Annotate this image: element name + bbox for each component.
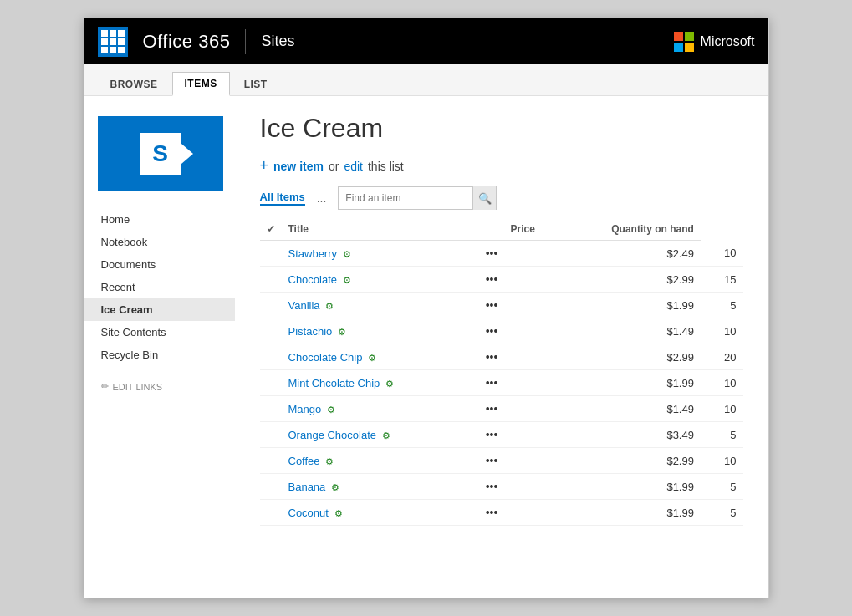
row-qty: 10 [701,396,743,422]
s-arrow-icon [181,144,193,164]
item-gear-icon[interactable]: ⚙ [325,301,334,312]
sidebar-item-ice-cream[interactable]: Ice Cream [84,298,235,321]
item-title-link[interactable]: Banana [288,481,326,493]
edit-list-link[interactable]: edit [344,160,363,173]
table-header-row: ✓ Title Price Quantity on hand [260,218,743,241]
row-price: $3.49 [542,422,701,448]
pencil-icon: ✏ [101,381,109,392]
row-dots[interactable]: ••• [479,448,542,474]
row-dots[interactable]: ••• [479,267,542,293]
row-title: Stawberry ⚙ [282,241,479,267]
item-title-link[interactable]: Mango [288,403,322,415]
row-title: Coffee ⚙ [282,448,479,474]
search-input[interactable] [339,187,472,209]
row-dots[interactable]: ••• [479,293,542,318]
view-options-button[interactable]: ... [314,190,330,206]
tab-list[interactable]: LIST [232,73,280,95]
item-title-link[interactable]: Pistachio [288,325,333,338]
item-title-link[interactable]: Coconut [288,507,329,519]
row-price: $1.49 [542,318,701,344]
item-title-link[interactable]: Orange Chocolate [288,429,377,441]
item-title-link[interactable]: Mint Chcolate Chip [288,377,380,389]
edit-links-button[interactable]: ✏ EDIT LINKS [84,373,235,400]
row-price: $1.99 [542,500,701,526]
row-check [260,293,282,318]
col-price: Price [479,218,542,241]
col-title: Title [282,218,479,241]
item-gear-icon[interactable]: ⚙ [325,456,334,467]
row-check [260,267,282,293]
table-row: Chocolate ⚙ ••• $2.99 15 [260,267,743,293]
this-list-text: this list [368,160,404,173]
row-title: Orange Chocolate ⚙ [282,422,479,448]
item-title-link[interactable]: Chocolate [288,273,338,286]
sidebar-item-notebook[interactable]: Notebook [84,231,235,253]
row-title: Mango ⚙ [282,396,479,422]
sharepoint-s-icon: S [140,133,181,175]
sidebar-item-site-contents[interactable]: Site Contents [84,321,235,344]
table-row: Stawberry ⚙ ••• $2.49 10 [260,241,743,267]
all-items-link[interactable]: All Items [260,191,305,206]
new-item-link[interactable]: new item [273,160,324,173]
row-title: Mint Chcolate Chip ⚙ [282,370,479,396]
table-row: Coconut ⚙ ••• $1.99 5 [260,500,743,526]
search-button[interactable]: 🔍 [472,186,496,210]
page-title: Ice Cream [260,113,743,144]
item-gear-icon[interactable]: ⚙ [334,508,343,519]
new-item-bar: + new item or edit this list [260,157,743,175]
tab-items[interactable]: ITEMS [172,72,230,96]
sidebar-item-home[interactable]: Home [84,208,235,231]
new-item-plus-icon: + [260,157,269,175]
table-row: Mint Chcolate Chip ⚙ ••• $1.99 10 [260,370,743,396]
row-title: Coconut ⚙ [282,500,479,526]
item-gear-icon[interactable]: ⚙ [343,275,351,286]
row-title: Pistachio ⚙ [282,318,479,344]
item-title-link[interactable]: Vanilla [288,299,320,312]
row-check [260,344,282,370]
row-qty: 5 [701,500,743,526]
topbar: Office 365 Sites Microsoft [84,18,768,64]
list-toolbar: All Items ... 🔍 [260,186,743,210]
row-check [260,241,282,267]
row-dots[interactable]: ••• [479,241,542,267]
sidebar-item-recent[interactable]: Recent [84,276,235,298]
item-gear-icon[interactable]: ⚙ [343,249,351,260]
row-dots[interactable]: ••• [479,318,542,344]
row-price: $2.49 [542,241,701,267]
tab-browse[interactable]: BROWSE [98,73,171,95]
row-qty: 20 [701,344,743,370]
table-row: Banana ⚙ ••• $1.99 5 [260,474,743,500]
row-qty: 10 [701,241,743,267]
row-title: Chocolate ⚙ [282,267,479,293]
row-price: $2.99 [542,344,701,370]
table-row: Pistachio ⚙ ••• $1.49 10 [260,318,743,344]
topbar-divider [245,29,246,54]
app-launcher-button[interactable] [98,27,128,57]
sites-label: Sites [261,33,294,50]
items-table: ✓ Title Price Quantity on hand Stawberry… [260,218,743,526]
item-gear-icon[interactable]: ⚙ [385,379,394,389]
main-content: S Home Notebook Documents Recent Ice Cre… [84,96,768,598]
sidebar-item-documents[interactable]: Documents [84,253,235,276]
row-check [260,318,282,344]
item-gear-icon[interactable]: ⚙ [327,405,335,415]
row-dots[interactable]: ••• [479,396,542,422]
row-dots[interactable]: ••• [479,474,542,500]
row-qty: 10 [701,318,743,344]
microsoft-label: Microsoft [701,34,755,49]
row-dots[interactable]: ••• [479,370,542,396]
item-gear-icon[interactable]: ⚙ [331,482,339,493]
edit-links-label: EDIT LINKS [113,382,163,392]
item-title-link[interactable]: Coffee [288,455,320,467]
item-gear-icon[interactable]: ⚙ [368,353,376,364]
item-title-link[interactable]: Stawberry [288,247,338,260]
row-dots[interactable]: ••• [479,500,542,526]
item-title-link[interactable]: Chocolate Chip [288,351,363,364]
content-area: Ice Cream + new item or edit this list A… [235,96,768,598]
row-dots[interactable]: ••• [479,344,542,370]
row-dots[interactable]: ••• [479,422,542,448]
sidebar-item-recycle-bin[interactable]: Recycle Bin [84,344,235,366]
item-gear-icon[interactable]: ⚙ [338,327,346,338]
item-gear-icon[interactable]: ⚙ [382,430,390,441]
row-check [260,474,282,500]
